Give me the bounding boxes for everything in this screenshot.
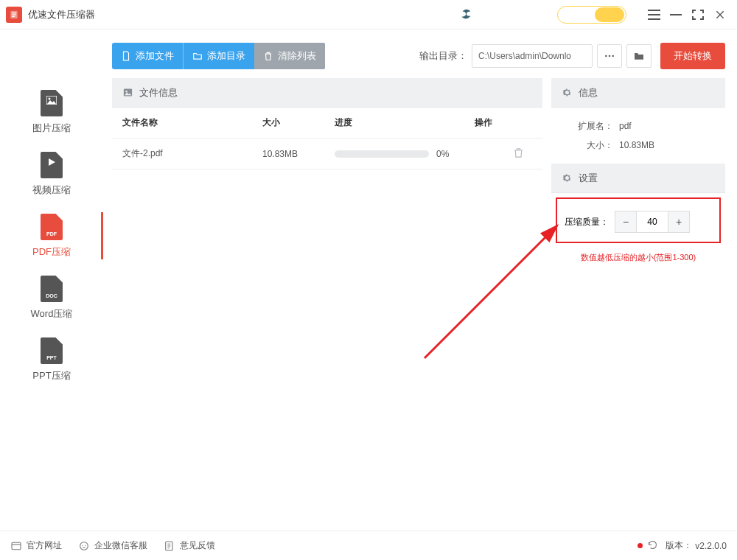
- quality-row: 压缩质量： − +: [565, 211, 712, 233]
- browse-button[interactable]: [597, 44, 622, 68]
- clear-list-button[interactable]: 清除列表: [254, 43, 325, 69]
- svg-point-12: [80, 542, 88, 550]
- gear-icon: [562, 172, 573, 183]
- info-panel-title: 信息: [579, 86, 598, 99]
- feedback-label: 意见反馈: [180, 539, 215, 552]
- update-indicator-icon: [638, 543, 643, 548]
- sidebar-item-image[interactable]: 图片压缩: [0, 81, 103, 143]
- svg-point-10: [125, 91, 128, 93]
- sidebar-item-label: PPT压缩: [32, 369, 70, 382]
- quality-label: 压缩质量：: [565, 216, 609, 228]
- progress-bar: [335, 150, 429, 158]
- ext-label: 扩展名：: [562, 120, 613, 133]
- titlebar: 优速文件压缩器: [0, 0, 737, 29]
- size-label: 大小：: [562, 139, 613, 152]
- minimize-button[interactable]: [665, 4, 687, 26]
- promo-pill[interactable]: [557, 6, 626, 24]
- svg-rect-3: [12, 15, 15, 16]
- ppt-badge: PPT: [46, 355, 57, 360]
- info-panel-header: 信息: [551, 78, 725, 108]
- file-name-cell: 文件-2.pdf: [122, 147, 262, 160]
- svg-point-8: [612, 55, 614, 57]
- support-icon: [78, 540, 90, 552]
- side-panel: 信息 扩展名：pdf 大小：10.83MB 设置 压缩质量： −: [551, 78, 725, 531]
- quality-plus-button[interactable]: +: [668, 211, 690, 233]
- add-file-button[interactable]: 添加文件: [112, 43, 183, 69]
- file-add-icon: [121, 51, 131, 61]
- close-button[interactable]: [709, 4, 731, 26]
- app-title: 优速文件压缩器: [28, 8, 95, 21]
- maximize-button[interactable]: [687, 4, 709, 26]
- svg-point-14: [85, 545, 85, 545]
- quality-minus-button[interactable]: −: [615, 211, 637, 233]
- svg-point-6: [605, 55, 607, 57]
- picture-icon: [122, 87, 133, 98]
- feedback-link[interactable]: 意见反馈: [164, 539, 215, 552]
- progress-text: 0%: [436, 149, 449, 159]
- col-name-header: 文件名称: [122, 116, 262, 129]
- quality-hint: 数值越低压缩的越小(范围1-300): [551, 252, 725, 263]
- start-convert-label: 开始转换: [674, 49, 712, 63]
- settings-panel-title: 设置: [579, 172, 598, 185]
- svg-rect-1: [12, 13, 16, 13]
- file-panel-title: 文件信息: [139, 86, 178, 99]
- sidebar-item-word[interactable]: DOC Word压缩: [0, 267, 103, 329]
- footer: 官方网址 企业微信客服 意见反馈 版本： v2.2.0.0: [0, 531, 737, 560]
- ext-value: pdf: [619, 121, 632, 131]
- svg-point-7: [609, 55, 611, 57]
- svg-point-13: [82, 545, 83, 545]
- official-site-label: 官方网址: [27, 539, 62, 552]
- image-icon: [46, 96, 57, 105]
- promo-s-icon: [457, 5, 476, 24]
- delete-row-button[interactable]: [512, 147, 525, 161]
- open-folder-button[interactable]: [626, 44, 652, 68]
- sidebar-item-ppt[interactable]: PPT PPT压缩: [0, 329, 103, 391]
- trash-icon: [263, 51, 273, 61]
- support-label: 企业微信客服: [94, 539, 147, 552]
- menu-button[interactable]: [643, 4, 665, 26]
- col-action-header: 操作: [475, 116, 532, 129]
- feedback-icon: [164, 540, 175, 552]
- play-icon: [47, 158, 56, 167]
- col-size-header: 大小: [262, 116, 335, 129]
- add-file-label: 添加文件: [136, 49, 174, 63]
- file-panel-header: 文件信息: [112, 78, 542, 108]
- svg-rect-11: [12, 542, 21, 549]
- file-progress-cell: 0%: [335, 149, 475, 159]
- sidebar-item-label: Word压缩: [31, 307, 73, 321]
- clear-list-label: 清除列表: [278, 49, 316, 63]
- toolbar: 添加文件 添加目录 清除列表 输出目录： 开始转换: [112, 41, 725, 71]
- pdf-badge: PDF: [46, 231, 57, 237]
- add-folder-button[interactable]: 添加目录: [183, 43, 254, 69]
- start-convert-button[interactable]: 开始转换: [660, 43, 725, 69]
- settings-panel-header: 设置: [551, 164, 725, 193]
- sidebar-item-video[interactable]: 视频压缩: [0, 143, 103, 205]
- app-logo-icon: [6, 7, 22, 23]
- sidebar-item-label: PDF压缩: [32, 245, 71, 259]
- content: 添加文件 添加目录 清除列表 输出目录： 开始转换: [103, 29, 737, 531]
- refresh-button[interactable]: [647, 539, 658, 553]
- info-body: 扩展名：pdf 大小：10.83MB: [551, 108, 725, 164]
- official-site-link[interactable]: 官方网址: [10, 539, 62, 552]
- file-size-cell: 10.83MB: [262, 149, 335, 159]
- output-dir-input[interactable]: [472, 44, 593, 68]
- table-row: 文件-2.pdf 10.83MB 0%: [112, 139, 542, 169]
- size-value: 10.83MB: [619, 140, 654, 150]
- col-progress-header: 进度: [335, 116, 475, 129]
- website-icon: [10, 540, 22, 552]
- file-table-header: 文件名称 大小 进度 操作: [112, 108, 542, 139]
- quality-stepper: − +: [615, 211, 690, 233]
- svg-point-5: [49, 97, 51, 99]
- version-value: v2.2.0.0: [695, 541, 727, 551]
- file-panel: 文件信息 文件名称 大小 进度 操作 文件-2.pdf 10.83MB 0%: [112, 78, 542, 531]
- version-label: 版本：: [666, 539, 692, 552]
- sidebar: 图片压缩 视频压缩 PDF PDF压缩 DOC Word压缩 PPT PPT压缩: [0, 29, 103, 531]
- doc-badge: DOC: [46, 293, 57, 298]
- folder-add-icon: [192, 51, 203, 61]
- sidebar-item-pdf[interactable]: PDF PDF压缩: [0, 205, 103, 267]
- sidebar-item-label: 图片压缩: [32, 122, 71, 135]
- output-dir-label: 输出目录：: [419, 49, 467, 63]
- quality-input[interactable]: [637, 211, 668, 233]
- support-link[interactable]: 企业微信客服: [78, 539, 147, 552]
- sidebar-item-label: 视频压缩: [32, 183, 71, 197]
